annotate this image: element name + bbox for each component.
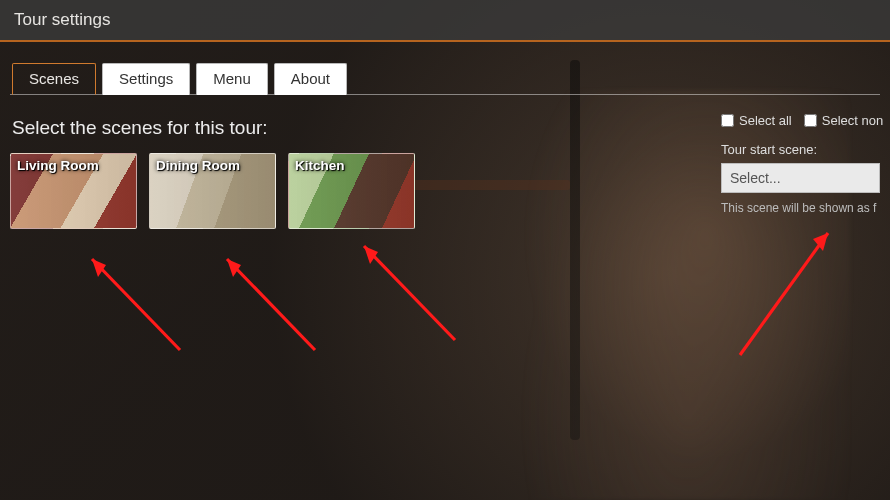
select-all-label: Select all <box>739 113 792 128</box>
panel: Select the scenes for this tour: Living … <box>10 95 880 229</box>
titlebar: Tour settings <box>0 0 890 42</box>
left-column: Select the scenes for this tour: Living … <box>10 113 715 229</box>
annotation-arrow <box>340 230 475 350</box>
svg-line-0 <box>92 259 180 350</box>
scene-list: Living Room Dining Room Kitchen <box>10 153 715 229</box>
scene-label: Kitchen <box>295 158 345 173</box>
scene-label: Living Room <box>17 158 99 173</box>
right-column: Select all Select non Tour start scene: … <box>715 113 880 229</box>
select-none-checkbox[interactable]: Select non <box>804 113 883 128</box>
select-controls: Select all Select non <box>721 113 880 128</box>
select-none-input[interactable] <box>804 114 817 127</box>
annotation-arrow <box>205 245 335 360</box>
tab-settings[interactable]: Settings <box>102 63 190 95</box>
scene-thumb-dining-room[interactable]: Dining Room <box>149 153 276 229</box>
tab-menu[interactable]: Menu <box>196 63 268 95</box>
scene-label: Dining Room <box>156 158 240 173</box>
select-none-label: Select non <box>822 113 883 128</box>
svg-marker-1 <box>92 259 106 277</box>
scene-thumb-living-room[interactable]: Living Room <box>10 153 137 229</box>
scene-thumb-kitchen[interactable]: Kitchen <box>288 153 415 229</box>
tab-scenes[interactable]: Scenes <box>12 63 96 95</box>
titlebar-title: Tour settings <box>14 10 110 30</box>
svg-line-2 <box>227 259 315 350</box>
tab-bar: Scenes Settings Menu About <box>10 62 880 95</box>
tab-label: Menu <box>213 70 251 87</box>
svg-marker-3 <box>227 259 241 277</box>
section-title: Select the scenes for this tour: <box>12 117 715 139</box>
annotation-arrow <box>70 245 200 360</box>
select-all-input[interactable] <box>721 114 734 127</box>
start-scene-hint: This scene will be shown as f <box>721 201 880 215</box>
svg-marker-5 <box>364 246 378 264</box>
tab-label: About <box>291 70 330 87</box>
start-scene-select[interactable]: Select... <box>721 163 880 193</box>
select-all-checkbox[interactable]: Select all <box>721 113 792 128</box>
tab-label: Scenes <box>29 70 79 87</box>
start-scene-label: Tour start scene: <box>721 142 880 157</box>
tab-about[interactable]: About <box>274 63 347 95</box>
start-scene-value: Select... <box>730 170 781 186</box>
tab-label: Settings <box>119 70 173 87</box>
svg-line-4 <box>364 246 455 340</box>
content: Scenes Settings Menu About Select the sc… <box>0 42 890 229</box>
